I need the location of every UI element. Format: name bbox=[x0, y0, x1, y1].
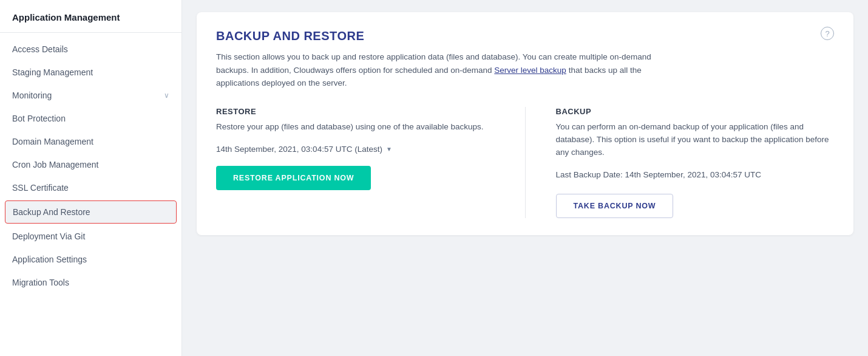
last-backup-date: Last Backup Date: 14th September, 2021, … bbox=[556, 170, 835, 179]
sidebar-item-label: SSL Certificate bbox=[12, 183, 69, 193]
sidebar-item-application-settings[interactable]: Application Settings bbox=[0, 248, 181, 271]
restore-application-button[interactable]: RESTORE APPLICATION NOW bbox=[216, 166, 371, 190]
sidebar-item-label: Staging Management bbox=[12, 67, 93, 77]
two-column-section: RESTORE Restore your app (files and data… bbox=[216, 107, 834, 218]
page-title: BACKUP AND RESTORE bbox=[216, 29, 834, 43]
sidebar-item-label: Migration Tools bbox=[12, 278, 69, 287]
main-content: ? BACKUP AND RESTORE This section allows… bbox=[182, 0, 868, 356]
backup-description: You can perform an on-demand backup of y… bbox=[556, 121, 835, 159]
sidebar-item-ssl-certificate[interactable]: SSL Certificate bbox=[0, 176, 181, 199]
backup-title: BACKUP bbox=[556, 107, 835, 116]
sidebar-title: Application Management bbox=[0, 12, 181, 33]
dropdown-value: 14th September, 2021, 03:04:57 UTC (Late… bbox=[216, 145, 382, 154]
sidebar-item-label: Deployment Via Git bbox=[12, 231, 85, 241]
chevron-down-icon: ∨ bbox=[164, 91, 169, 100]
backup-date-dropdown[interactable]: 14th September, 2021, 03:04:57 UTC (Late… bbox=[216, 145, 495, 154]
sidebar-item-access-details[interactable]: Access Details bbox=[0, 38, 181, 61]
sidebar-item-monitoring[interactable]: Monitoring∨ bbox=[0, 84, 181, 107]
sidebar-item-deployment-via-git[interactable]: Deployment Via Git bbox=[0, 225, 181, 248]
column-divider bbox=[525, 107, 526, 218]
sidebar-item-bot-protection[interactable]: Bot Protection bbox=[0, 107, 181, 130]
restore-section: RESTORE Restore your app (files and data… bbox=[216, 107, 495, 218]
restore-description: Restore your app (files and database) us… bbox=[216, 121, 495, 134]
server-level-backup-link[interactable]: Server level backup bbox=[494, 66, 566, 75]
sidebar-item-domain-management[interactable]: Domain Management bbox=[0, 130, 181, 153]
page-description: This section allows you to back up and r… bbox=[216, 50, 677, 90]
sidebar-item-label: Bot Protection bbox=[12, 114, 66, 123]
sidebar-item-backup-and-restore[interactable]: Backup And Restore bbox=[5, 200, 177, 224]
chevron-down-icon: ▼ bbox=[386, 146, 392, 152]
take-backup-button[interactable]: TAKE BACKUP NOW bbox=[556, 194, 674, 218]
sidebar-item-label: Monitoring bbox=[12, 91, 52, 100]
sidebar-item-label: Domain Management bbox=[12, 137, 93, 146]
sidebar-item-label: Backup And Restore bbox=[13, 207, 90, 217]
backup-restore-card: ? BACKUP AND RESTORE This section allows… bbox=[197, 12, 853, 235]
sidebar: Application Management Access DetailsSta… bbox=[0, 0, 182, 356]
help-icon[interactable]: ? bbox=[821, 27, 834, 40]
sidebar-item-cron-job-management[interactable]: Cron Job Management bbox=[0, 153, 181, 176]
backup-section: BACKUP You can perform an on-demand back… bbox=[556, 107, 835, 218]
sidebar-item-label: Application Settings bbox=[12, 255, 87, 264]
sidebar-item-label: Access Details bbox=[12, 44, 68, 54]
sidebar-item-staging-management[interactable]: Staging Management bbox=[0, 61, 181, 84]
sidebar-item-label: Cron Job Management bbox=[12, 160, 98, 169]
sidebar-item-migration-tools[interactable]: Migration Tools bbox=[0, 271, 181, 294]
restore-title: RESTORE bbox=[216, 107, 495, 116]
